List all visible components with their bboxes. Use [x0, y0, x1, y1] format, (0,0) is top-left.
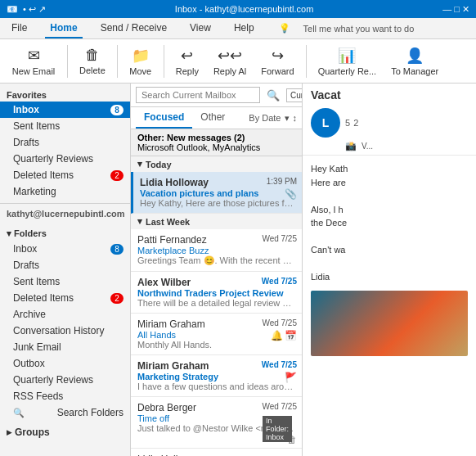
sidebar-inbox-label: Inbox	[13, 104, 39, 115]
account-name: kathyt@lucernepubintl.com	[0, 203, 130, 222]
tab-other[interactable]: Other	[192, 107, 233, 129]
sidebar-drafts-label: Drafts	[13, 137, 39, 148]
sidebar-folder-rss[interactable]: RSS Feeds	[0, 388, 130, 404]
to-manager-icon: 👤	[406, 47, 424, 65]
section-header-lastweek[interactable]: ▾ Last Week	[131, 214, 302, 229]
tab-focused[interactable]: Focused	[136, 107, 192, 129]
new-email-button[interactable]: ✉ New Email	[5, 41, 62, 82]
lastweek-collapse-icon: ▾	[137, 216, 142, 227]
sidebar-folder-drafts[interactable]: Drafts	[0, 257, 130, 273]
quarterly-label: Quarterly Re...	[318, 66, 377, 76]
sidebar-item-inbox[interactable]: Inbox 8	[0, 102, 130, 118]
tab-file[interactable]: File	[7, 19, 32, 38]
section-header-today[interactable]: ▾ Today	[131, 156, 302, 172]
notification-bar[interactable]: Other: New messages (2) Microsoft Outloo…	[131, 129, 302, 156]
folder-badge: In Folder: Inbox	[263, 416, 292, 442]
msg-icons-5: 🚩	[285, 372, 297, 383]
reading-greeting: Hey Kath	[311, 162, 468, 176]
move-button[interactable]: 📁 Move	[123, 41, 159, 82]
msg-time-5: Wed 7/25	[262, 360, 297, 369]
msg-time-2: Wed 7/25	[262, 234, 297, 243]
search-input[interactable]	[136, 87, 260, 103]
ribbon-divider-2	[117, 45, 118, 78]
message-item[interactable]: Miriam Graham Wed 7/25 All Hands Monthly…	[131, 314, 302, 355]
deleted-badge: 2	[110, 170, 123, 181]
sidebar-item-drafts[interactable]: Drafts	[0, 134, 130, 151]
mailbox-button[interactable]: Current Mailbox	[286, 88, 303, 102]
outlook-icon: 📧	[7, 4, 18, 15]
sidebar-folder-search[interactable]: 🔍 Search Folders	[0, 404, 130, 421]
tab-home[interactable]: Home	[45, 19, 82, 38]
reading-image	[311, 291, 468, 356]
sidebar-folder-quarterly[interactable]: Quarterly Reviews	[0, 372, 130, 388]
sidebar-item-deleted[interactable]: Deleted Items 2	[0, 167, 130, 183]
message-item[interactable]: Patti Fernandez Wed 7/25 Marketplace Buz…	[131, 229, 302, 272]
sidebar-deleted-label: Deleted Items	[13, 169, 74, 181]
reply-label: Reply	[176, 66, 199, 76]
msg-subject-3: Northwind Traders Project Review	[137, 288, 295, 298]
sidebar: Favorites Inbox 8 Sent Items Drafts Quar…	[0, 84, 131, 456]
move-icon: 📁	[132, 47, 150, 65]
sidebar-item-sent[interactable]: Sent Items	[0, 118, 130, 134]
reply-all-button[interactable]: ↩↩ Reply Al	[207, 41, 253, 82]
forward-button[interactable]: ↪ Forward	[254, 41, 300, 82]
msg-sender-6: Debra Berger	[137, 402, 196, 413]
msg-sender-5: Miriam Graham	[137, 360, 209, 372]
groups-heading[interactable]: ▸ Groups	[0, 424, 130, 440]
msg-icons-4: 🔔 📅	[271, 330, 297, 341]
window-buttons: — □ ✕	[442, 4, 469, 15]
sidebar-folder-sent[interactable]: Sent Items	[0, 273, 130, 290]
sort-dropdown-icon[interactable]: ▾	[285, 113, 290, 124]
delete-icon: 🗑	[85, 47, 100, 64]
sort-label[interactable]: By Date	[249, 113, 281, 123]
sidebar-item-marketing[interactable]: Marketing	[0, 183, 130, 200]
msg-preview-3: There will be a detailed legal review of…	[137, 298, 295, 308]
msg-subject-1: Vacation pictures and plans	[140, 188, 295, 198]
ribbon-divider-1	[67, 45, 68, 78]
tab-send-receive[interactable]: Send / Receive	[96, 19, 172, 38]
quarterly-button[interactable]: 📊 Quarterly Re...	[312, 41, 384, 82]
delete-button[interactable]: 🗑 Delete	[73, 41, 112, 82]
msg-time-1: 1:39 PM	[267, 177, 297, 186]
reply-button[interactable]: ↩ Reply	[169, 41, 205, 82]
sidebar-folder-inbox[interactable]: Inbox 8	[0, 241, 130, 257]
sidebar-folder-deleted[interactable]: Deleted Items 2	[0, 290, 130, 306]
msg-sender-2: Patti Fernandez	[137, 234, 207, 246]
sidebar-folder-junk[interactable]: Junk Email	[0, 339, 130, 355]
reading-pane: Vacat L 5 2 📸 V... He	[303, 84, 476, 456]
sidebar-sent-label: Sent Items	[13, 120, 60, 132]
sidebar-folder-archive[interactable]: Archive	[0, 306, 130, 323]
message-item[interactable]: Alex Wilber Wed 7/25 Northwind Traders P…	[131, 272, 302, 314]
reading-pane-title: Vacat	[303, 84, 476, 102]
sidebar-folder-outbox[interactable]: Outbox	[0, 355, 130, 372]
window-controls: • ↩ ↗	[23, 4, 46, 15]
message-item[interactable]: Lidia Holloway	[131, 449, 302, 456]
message-item[interactable]: Miriam Graham Wed 7/25 Marketing Strateg…	[131, 355, 302, 397]
tab-view[interactable]: View	[185, 19, 216, 38]
sort-direction-icon[interactable]: ↕	[293, 113, 298, 123]
reading-body: Hey Kath Here are Also, I h the Dece Can…	[303, 156, 476, 363]
msg-sender-3: Alex Wilber	[137, 277, 191, 288]
reading-signature: Lidia	[311, 270, 468, 284]
sidebar-quarterly-label: Quarterly Reviews	[13, 153, 93, 165]
sidebar-item-quarterly[interactable]: Quarterly Reviews	[0, 151, 130, 167]
to-manager-button[interactable]: 👤 To Manager	[384, 41, 445, 82]
msg-subject-2: Marketplace Buzz	[137, 246, 295, 255]
reply-all-label: Reply Al	[213, 66, 246, 76]
message-item[interactable]: Lidia Holloway 1:39 PM Vacation pictures…	[131, 172, 302, 214]
image-num-1: 5	[345, 118, 350, 128]
search-button[interactable]: 🔍	[263, 88, 283, 103]
msg-sender-4: Miriam Graham	[137, 318, 205, 330]
today-label: Today	[146, 160, 172, 169]
reading-body1: Here are	[311, 176, 468, 190]
tab-help[interactable]: Help	[229, 19, 259, 38]
avatar: L	[311, 108, 340, 138]
favorites-heading[interactable]: Favorites	[0, 87, 130, 102]
ribbon-search-box[interactable]: Tell me what you want to do	[303, 24, 469, 34]
ribbon-divider-3	[164, 45, 164, 78]
notification-title: Other: New messages (2)	[137, 133, 295, 142]
folders-heading[interactable]: ▾ Folders	[0, 225, 130, 241]
sidebar-folder-conversation[interactable]: Conversation History	[0, 323, 130, 339]
message-item[interactable]: Debra Berger Wed 7/25 Time off Just talk…	[131, 397, 302, 449]
new-email-label: New Email	[12, 66, 56, 76]
